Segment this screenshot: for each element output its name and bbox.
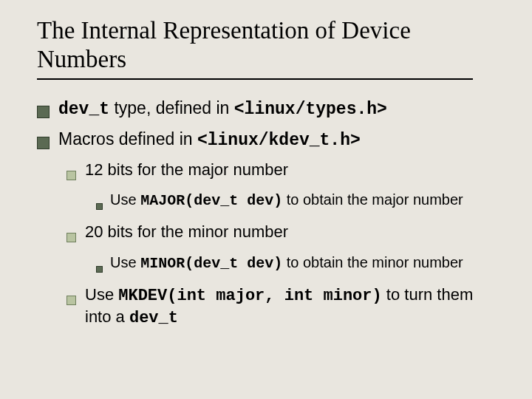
square-bullet-icon <box>96 195 103 214</box>
text: Macros defined in <box>58 129 197 149</box>
bullet-text: 12 bits for the major number <box>85 160 502 181</box>
code-text: dev_t <box>129 309 178 327</box>
text: type, defined in <box>109 98 234 117</box>
code-text: MAJOR(dev_t dev) <box>140 192 282 209</box>
sub-list: 20 bits for the minor number <box>66 222 502 248</box>
slide-content: dev_t type, defined in <linux/types.h> M… <box>37 98 502 330</box>
sub-sub-list: Use MAJOR(dev_t dev) to obtain the major… <box>96 190 502 214</box>
code-text: <linux/kdev_t.h> <box>197 131 361 150</box>
bullet-text: Use MAJOR(dev_t dev) to obtain the major… <box>110 190 502 211</box>
bullet-text: Use MKDEV(int major, int minor) to turn … <box>85 284 502 330</box>
text: to obtain the major number <box>282 191 463 208</box>
code-text: MKDEV(int major, int minor) <box>118 287 381 305</box>
sub-list: 12 bits for the major number <box>66 160 502 186</box>
square-bullet-icon <box>66 165 76 186</box>
slide: The Internal Representation of Device Nu… <box>0 0 532 399</box>
sub-list: Use MKDEV(int major, int minor) to turn … <box>66 284 502 330</box>
bullet-text: dev_t type, defined in <linux/types.h> <box>58 98 502 121</box>
bullet-item: dev_t type, defined in <linux/types.h> <box>37 98 502 124</box>
square-bullet-icon <box>96 258 103 277</box>
text: Use <box>110 254 140 270</box>
code-text: <linux/types.h> <box>234 100 387 119</box>
text: Use <box>85 285 118 304</box>
bullet-item: Use MKDEV(int major, int minor) to turn … <box>66 284 502 330</box>
bullet-item: Macros defined in <linux/kdev_t.h> <box>37 129 502 155</box>
square-bullet-icon <box>37 102 50 124</box>
bullet-item: 12 bits for the major number <box>66 160 502 186</box>
text: Use <box>110 191 140 208</box>
square-bullet-icon <box>66 290 76 311</box>
title-underline <box>37 78 473 80</box>
code-text: dev_t <box>58 100 109 119</box>
bullet-item: Use MAJOR(dev_t dev) to obtain the major… <box>96 190 502 214</box>
square-bullet-icon <box>66 227 76 248</box>
sub-sub-list: Use MINOR(dev_t dev) to obtain the minor… <box>96 253 502 277</box>
slide-title: The Internal Representation of Device Nu… <box>37 16 502 74</box>
bullet-text: 20 bits for the minor number <box>85 222 502 243</box>
code-text: MINOR(dev_t dev) <box>140 255 282 272</box>
bullet-text: Use MINOR(dev_t dev) to obtain the minor… <box>110 253 502 273</box>
text: to obtain the minor number <box>282 254 463 270</box>
bullet-item: Use MINOR(dev_t dev) to obtain the minor… <box>96 253 502 277</box>
square-bullet-icon <box>37 133 50 155</box>
bullet-text: Macros defined in <linux/kdev_t.h> <box>58 129 502 152</box>
bullet-item: 20 bits for the minor number <box>66 222 502 248</box>
